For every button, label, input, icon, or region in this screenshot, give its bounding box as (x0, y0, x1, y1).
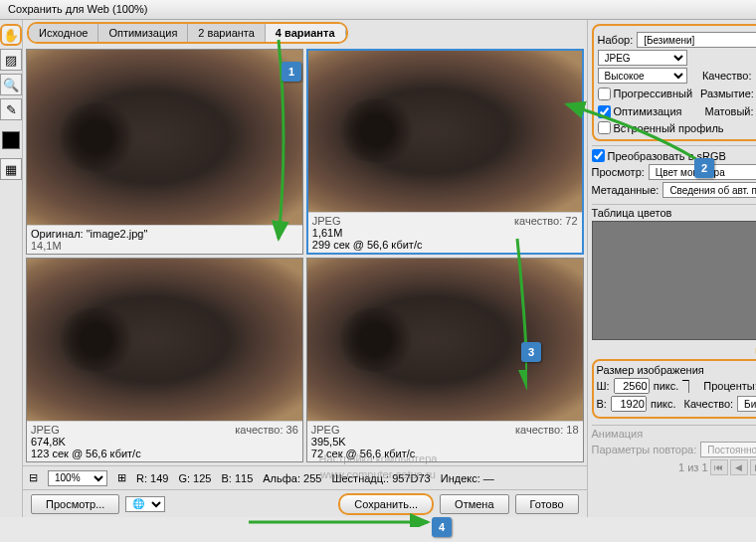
done-button[interactable]: Готово (515, 494, 579, 514)
callout-4: 4 (432, 517, 452, 537)
preview-cell-2[interactable]: JPEGкачество: 36 674,8K 123 сек @ 56,6 к… (26, 258, 303, 463)
preview-label: JPEGкачество: 72 1,61M 299 сек @ 56,6 кб… (308, 212, 582, 253)
tab-4up[interactable]: 4 варианта (266, 24, 346, 42)
quality-mode-select[interactable]: Высокое (598, 68, 687, 84)
format-group: Набор: [Безимени] ▾≡ JPEG Высокое Качест… (592, 24, 756, 141)
metadata-select[interactable]: Сведения об авт. правах и контакты (662, 182, 756, 198)
loop-select: Постоянно (700, 442, 756, 457)
status-index: Индекс: — (441, 472, 494, 484)
tool-column: ✋ ▨ 🔍 ✎ ▦ (0, 20, 23, 517)
preview-image (307, 259, 583, 422)
play-icon: ▶ (750, 459, 756, 475)
cancel-button[interactable]: Отмена (440, 494, 508, 514)
loop-label: Параметры повтора: (592, 444, 697, 455)
zoom-out-icon[interactable]: ⊟ (29, 471, 38, 484)
matte-label: Матовый: (704, 105, 753, 117)
status-footer: ⊟ 100% ⊞ R: 149 G: 125 B: 115 Альфа: 255… (23, 465, 587, 489)
status-r: R: 149 (136, 472, 168, 484)
preview-grid: Оригинал: "image2.jpg" 14,1M JPEGкачеств… (23, 46, 587, 465)
preview-label: Оригинал: "image2.jpg" 14,1M (27, 225, 302, 254)
colortable-icons: 🔒 ◈ ◫ 🗑 (592, 342, 756, 355)
preview-image (308, 51, 582, 212)
slice-tool-icon[interactable]: ▨ (0, 49, 22, 71)
toggle-slices-icon[interactable]: ▦ (0, 158, 22, 180)
browser-select[interactable]: 🌐 (125, 496, 165, 512)
callout-1: 1 (282, 62, 301, 82)
callout-2: 2 (694, 158, 714, 178)
resample-select[interactable]: Бикубическая (737, 396, 756, 412)
preview-image (27, 259, 302, 422)
save-button[interactable]: Сохранить... (338, 493, 434, 515)
height-label: В: (597, 398, 607, 410)
tab-original[interactable]: Исходное (29, 24, 98, 42)
preset-select[interactable]: [Безимени] (637, 32, 756, 48)
width-field[interactable] (614, 378, 650, 394)
status-b: B: 115 (221, 472, 253, 484)
color-swatch[interactable] (2, 131, 20, 149)
view-tabs: Исходное Оптимизация 2 варианта 4 вариан… (27, 22, 348, 44)
embed-profile-check[interactable] (598, 121, 611, 134)
titlebar: Сохранить для Web (100%) (0, 0, 756, 20)
status-alpha: Альфа: 255 (263, 472, 321, 484)
size-title: Размер изображения (597, 364, 756, 376)
tab-2up[interactable]: 2 варианта (188, 24, 266, 42)
quality-label: Качество: (702, 70, 752, 82)
width-label: Ш: (597, 380, 610, 392)
frame-count: 1 из 1 (678, 461, 708, 473)
srgb-check[interactable] (592, 149, 605, 162)
color-table[interactable] (592, 221, 756, 340)
preset-label: Набор: (598, 34, 634, 46)
preview-image (27, 50, 302, 225)
preview-cell-original[interactable]: Оригинал: "image2.jpg" 14,1M (26, 49, 303, 255)
preview-cell-3[interactable]: JPEGкачество: 18 395,5K 72 сек @ 56,6 кб… (306, 258, 584, 463)
image-size-group: Размер изображения Ш: пикс. ⏋ Проценты: … (592, 359, 756, 419)
prev-frame-icon: ◀ (730, 459, 748, 475)
settings-panel: Набор: [Безимени] ▾≡ JPEG Высокое Качест… (587, 20, 756, 517)
resample-label: Качество: (684, 398, 734, 410)
colortable-title: Таблица цветов (592, 207, 756, 219)
zoom-select[interactable]: 100% (48, 470, 107, 486)
blur-label: Размытие: (700, 88, 754, 99)
percent-label: Проценты: (703, 380, 756, 392)
height-field[interactable] (611, 396, 647, 412)
watermark: Настройка компьютера www.computer-setup.… (319, 451, 438, 482)
link-icon[interactable]: ⏋ (682, 379, 695, 394)
hand-tool-icon[interactable]: ✋ (0, 24, 22, 46)
tab-optimized[interactable]: Оптимизация (98, 24, 188, 42)
eyedropper-tool-icon[interactable]: ✎ (0, 98, 22, 120)
metadata-label: Метаданные: (592, 184, 660, 196)
preview-cell-1[interactable]: JPEGкачество: 72 1,61M 299 сек @ 56,6 кб… (306, 49, 584, 255)
preview-label: Просмотр: (592, 166, 645, 178)
preview-label: JPEGкачество: 36 674,8K 123 сек @ 56,6 к… (27, 421, 302, 461)
zoom-in-icon[interactable]: ⊞ (117, 471, 126, 484)
callout-3: 3 (521, 342, 541, 362)
optimize-check[interactable] (598, 105, 611, 118)
lock-icon[interactable]: 🔒 (753, 342, 756, 355)
button-bar: Просмотр... 🌐 Сохранить... Отмена Готово (23, 489, 587, 517)
first-frame-icon: ⏮ (710, 459, 728, 475)
zoom-tool-icon[interactable]: 🔍 (0, 74, 22, 95)
preview-button[interactable]: Просмотр... (31, 494, 119, 514)
anim-title: Анимация (592, 428, 756, 440)
format-select[interactable]: JPEG (598, 50, 687, 66)
progressive-check[interactable] (598, 88, 611, 100)
status-g: G: 125 (178, 472, 211, 484)
window-title: Сохранить для Web (100%) (8, 3, 148, 15)
